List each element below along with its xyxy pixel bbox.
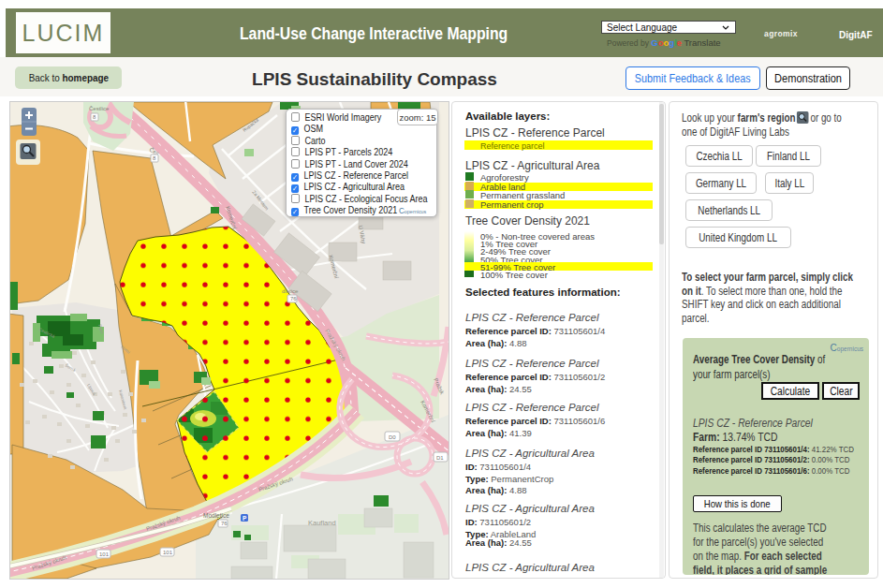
svg-text:P: P [243,515,247,522]
svg-text:Modletice: Modletice [203,512,229,519]
svg-text:76: 76 [221,521,228,526]
svg-text:101: 101 [163,550,173,555]
svg-text:dletice: dletice [282,288,299,294]
svg-text:Čestlice: Čestlice [89,106,110,111]
svg-text:101: 101 [99,551,110,557]
svg-text:Kaufland: Kaufland [308,519,336,527]
svg-text:D1: D1 [436,455,444,461]
svg-text:76: 76 [290,296,297,301]
svg-text:D0: D0 [389,434,396,440]
